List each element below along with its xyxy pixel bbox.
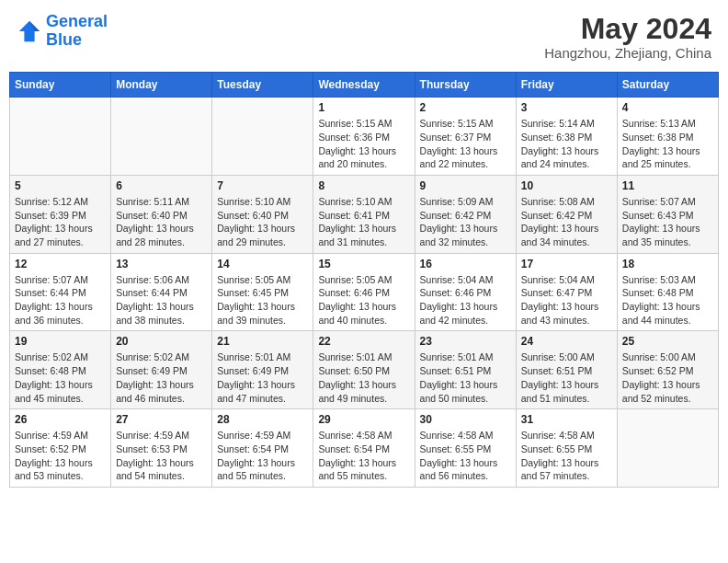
day-info: Sunrise: 5:07 AM Sunset: 6:43 PM Dayligh… [622,195,713,249]
calendar-cell: 24Sunrise: 5:00 AM Sunset: 6:51 PM Dayli… [516,331,617,409]
calendar-cell [10,98,111,176]
day-info: Sunrise: 5:06 AM Sunset: 6:44 PM Dayligh… [116,273,207,327]
day-info: Sunrise: 5:05 AM Sunset: 6:46 PM Dayligh… [318,273,409,327]
logo-text: General Blue [46,13,108,50]
calendar-header: SundayMondayTuesdayWednesdayThursdayFrid… [10,73,719,98]
weekday-header-row: SundayMondayTuesdayWednesdayThursdayFrid… [10,73,719,98]
day-info: Sunrise: 5:00 AM Sunset: 6:51 PM Dayligh… [521,350,612,405]
day-info: Sunrise: 5:11 AM Sunset: 6:40 PM Dayligh… [116,195,207,249]
calendar-cell: 23Sunrise: 5:01 AM Sunset: 6:51 PM Dayli… [415,331,516,409]
weekday-header-sunday: Sunday [10,73,111,98]
day-info: Sunrise: 4:59 AM Sunset: 6:52 PM Dayligh… [15,429,106,483]
day-info: Sunrise: 5:01 AM Sunset: 6:51 PM Dayligh… [420,350,511,405]
day-info: Sunrise: 5:02 AM Sunset: 6:48 PM Dayligh… [15,350,106,405]
day-number: 31 [521,413,612,426]
calendar-cell: 12Sunrise: 5:07 AM Sunset: 6:44 PM Dayli… [10,253,111,331]
day-info: Sunrise: 5:13 AM Sunset: 6:38 PM Dayligh… [622,117,713,171]
calendar-cell: 28Sunrise: 4:59 AM Sunset: 6:54 PM Dayli… [212,409,313,488]
day-number: 29 [318,413,409,426]
day-info: Sunrise: 4:59 AM Sunset: 6:53 PM Dayligh… [116,429,207,483]
calendar-cell: 4Sunrise: 5:13 AM Sunset: 6:38 PM Daylig… [617,98,718,176]
day-info: Sunrise: 5:07 AM Sunset: 6:44 PM Dayligh… [15,273,106,327]
day-number: 8 [318,179,409,192]
calendar-cell: 15Sunrise: 5:05 AM Sunset: 6:46 PM Dayli… [313,253,415,331]
calendar-cell: 2Sunrise: 5:15 AM Sunset: 6:37 PM Daylig… [415,98,516,176]
logo: General Blue [17,13,108,50]
calendar-cell: 9Sunrise: 5:09 AM Sunset: 6:42 PM Daylig… [415,175,516,253]
day-number: 7 [217,179,308,192]
weekday-header-saturday: Saturday [617,73,718,98]
day-number: 25 [622,335,713,348]
day-number: 12 [15,258,106,270]
day-number: 19 [15,335,106,348]
month-title: May 2024 [544,13,711,45]
calendar-table: SundayMondayTuesdayWednesdayThursdayFrid… [9,72,719,488]
calendar-cell: 29Sunrise: 4:58 AM Sunset: 6:54 PM Dayli… [313,409,415,488]
day-info: Sunrise: 5:14 AM Sunset: 6:38 PM Dayligh… [521,117,612,171]
day-number: 13 [116,258,207,270]
day-info: Sunrise: 5:08 AM Sunset: 6:42 PM Dayligh… [521,195,612,249]
day-number: 2 [420,101,511,114]
calendar-cell: 25Sunrise: 5:00 AM Sunset: 6:52 PM Dayli… [617,331,718,409]
day-number: 15 [318,258,409,270]
calendar-cell: 30Sunrise: 4:58 AM Sunset: 6:55 PM Dayli… [415,409,516,488]
day-number: 5 [15,179,106,192]
day-info: Sunrise: 5:04 AM Sunset: 6:47 PM Dayligh… [521,273,612,327]
day-info: Sunrise: 5:10 AM Sunset: 6:41 PM Dayligh… [318,195,409,249]
day-info: Sunrise: 5:03 AM Sunset: 6:48 PM Dayligh… [622,273,713,327]
calendar-cell: 27Sunrise: 4:59 AM Sunset: 6:53 PM Dayli… [111,409,212,488]
day-number: 10 [521,179,612,192]
page-header: General Blue May 2024 Hangzhou, Zhejiang… [9,9,719,64]
calendar-cell: 14Sunrise: 5:05 AM Sunset: 6:45 PM Dayli… [212,253,313,331]
calendar-cell: 11Sunrise: 5:07 AM Sunset: 6:43 PM Dayli… [617,175,718,253]
day-info: Sunrise: 5:01 AM Sunset: 6:50 PM Dayligh… [318,350,409,405]
calendar-cell: 3Sunrise: 5:14 AM Sunset: 6:38 PM Daylig… [516,98,617,176]
calendar-week-5: 26Sunrise: 4:59 AM Sunset: 6:52 PM Dayli… [10,409,719,488]
day-number: 11 [622,179,713,192]
calendar-cell: 6Sunrise: 5:11 AM Sunset: 6:40 PM Daylig… [111,175,212,253]
calendar-cell: 21Sunrise: 5:01 AM Sunset: 6:49 PM Dayli… [212,331,313,409]
day-info: Sunrise: 5:09 AM Sunset: 6:42 PM Dayligh… [420,195,511,249]
calendar-week-3: 12Sunrise: 5:07 AM Sunset: 6:44 PM Dayli… [10,253,719,331]
day-number: 27 [116,413,207,426]
calendar-cell: 22Sunrise: 5:01 AM Sunset: 6:50 PM Dayli… [313,331,415,409]
calendar-week-1: 1Sunrise: 5:15 AM Sunset: 6:36 PM Daylig… [10,98,719,176]
day-number: 28 [217,413,308,426]
day-number: 24 [521,335,612,348]
day-number: 20 [116,335,207,348]
day-info: Sunrise: 5:02 AM Sunset: 6:49 PM Dayligh… [116,350,207,405]
day-number: 26 [15,413,106,426]
weekday-header-wednesday: Wednesday [313,73,415,98]
day-number: 30 [420,413,511,426]
calendar-cell: 1Sunrise: 5:15 AM Sunset: 6:36 PM Daylig… [313,98,415,176]
day-info: Sunrise: 4:58 AM Sunset: 6:54 PM Dayligh… [318,429,409,483]
calendar-cell [111,98,212,176]
weekday-header-thursday: Thursday [415,73,516,98]
calendar-cell: 16Sunrise: 5:04 AM Sunset: 6:46 PM Dayli… [415,253,516,331]
calendar-cell: 13Sunrise: 5:06 AM Sunset: 6:44 PM Dayli… [111,253,212,331]
day-number: 14 [217,258,308,270]
day-info: Sunrise: 4:58 AM Sunset: 6:55 PM Dayligh… [521,429,612,483]
calendar-cell: 18Sunrise: 5:03 AM Sunset: 6:48 PM Dayli… [617,253,718,331]
day-number: 18 [622,258,713,270]
weekday-header-friday: Friday [516,73,617,98]
calendar-body: 1Sunrise: 5:15 AM Sunset: 6:36 PM Daylig… [10,98,719,488]
calendar-cell: 26Sunrise: 4:59 AM Sunset: 6:52 PM Dayli… [10,409,111,488]
day-number: 9 [420,179,511,192]
weekday-header-monday: Monday [111,73,212,98]
day-number: 16 [420,258,511,270]
day-number: 23 [420,335,511,348]
location: Hangzhou, Zhejiang, China [544,45,711,61]
calendar-cell: 10Sunrise: 5:08 AM Sunset: 6:42 PM Dayli… [516,175,617,253]
calendar-week-2: 5Sunrise: 5:12 AM Sunset: 6:39 PM Daylig… [10,175,719,253]
day-info: Sunrise: 5:04 AM Sunset: 6:46 PM Dayligh… [420,273,511,327]
day-number: 22 [318,335,409,348]
calendar-week-4: 19Sunrise: 5:02 AM Sunset: 6:48 PM Dayli… [10,331,719,409]
calendar-cell: 7Sunrise: 5:10 AM Sunset: 6:40 PM Daylig… [212,175,313,253]
day-info: Sunrise: 5:15 AM Sunset: 6:36 PM Dayligh… [318,117,409,171]
calendar-cell: 5Sunrise: 5:12 AM Sunset: 6:39 PM Daylig… [10,175,111,253]
day-number: 4 [622,101,713,114]
day-info: Sunrise: 5:15 AM Sunset: 6:37 PM Dayligh… [420,117,511,171]
logo-icon [17,18,42,44]
day-info: Sunrise: 5:12 AM Sunset: 6:39 PM Dayligh… [15,195,106,249]
